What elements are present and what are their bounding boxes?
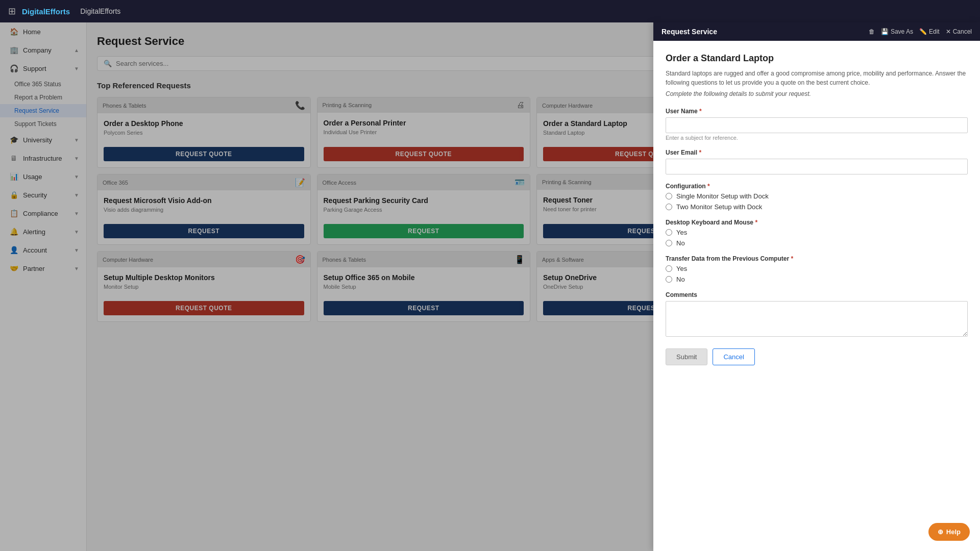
form-actions: Submit Cancel (666, 348, 968, 365)
comments-textarea[interactable] (666, 301, 968, 337)
configuration-group: Configuration * Single Monitor Setup wit… (666, 183, 968, 211)
transfer-options: Yes No (666, 265, 968, 283)
form-title: Order a Standard Laptop (666, 53, 968, 64)
panel-cancel-button[interactable]: ✕ Cancel (946, 28, 972, 35)
panel-title: Request Service (662, 28, 717, 36)
required-star: * (699, 108, 702, 115)
delete-icon[interactable]: 🗑 (869, 28, 875, 35)
save-as-button[interactable]: 💾 Save As (881, 28, 913, 35)
panel: Request Service 🗑 💾 Save As ✏️ Edit ✕ Ca… (653, 22, 980, 551)
config-option-2[interactable]: Two Monitor Setup with Dock (666, 203, 968, 211)
edit-button[interactable]: ✏️ Edit (919, 28, 940, 35)
required-star: * (755, 219, 757, 226)
keyboard-option-no[interactable]: No (666, 239, 968, 247)
help-button[interactable]: ⊕ Help (928, 523, 970, 541)
user-email-input[interactable] (666, 159, 968, 174)
configuration-options: Single Monitor Setup with Dock Two Monit… (666, 192, 968, 211)
transfer-label: Transfer Data from the Previous Computer… (666, 255, 968, 262)
user-email-label: User Email * (666, 149, 968, 156)
panel-content: Order a Standard Laptop Standard laptops… (653, 41, 980, 378)
edit-icon: ✏️ (919, 28, 927, 35)
keyboard-group: Desktop Keyboard and Mouse * Yes No (666, 219, 968, 247)
help-icon: ⊕ (938, 528, 943, 536)
user-name-hint: Enter a subject for reference. (666, 135, 968, 141)
panel-overlay[interactable]: Request Service 🗑 💾 Save As ✏️ Edit ✕ Ca… (0, 22, 980, 551)
transfer-group: Transfer Data from the Previous Computer… (666, 255, 968, 283)
panel-topbar: Request Service 🗑 💾 Save As ✏️ Edit ✕ Ca… (653, 22, 980, 41)
keyboard-radio-no[interactable] (666, 240, 672, 246)
topbar: ⊞ DigitalEfforts DigitalEfforts (0, 0, 980, 22)
config-option-1[interactable]: Single Monitor Setup with Dock (666, 192, 968, 200)
user-email-group: User Email * (666, 149, 968, 174)
save-icon: 💾 (881, 28, 889, 35)
form-description: Standard laptops are rugged and offer a … (666, 69, 968, 87)
user-name-label: User Name * (666, 108, 968, 115)
keyboard-radio-yes[interactable] (666, 229, 672, 236)
config-radio-1[interactable] (666, 193, 672, 199)
keyboard-options: Yes No (666, 229, 968, 247)
configuration-label: Configuration * (666, 183, 968, 190)
topbar-title: DigitalEfforts (80, 7, 120, 15)
keyboard-option-yes[interactable]: Yes (666, 229, 968, 236)
form-instruction: Complete the following details to submit… (666, 90, 968, 97)
transfer-option-no[interactable]: No (666, 276, 968, 283)
transfer-radio-yes[interactable] (666, 265, 672, 272)
config-radio-2[interactable] (666, 204, 672, 210)
required-star: * (699, 149, 701, 156)
panel-actions: 🗑 💾 Save As ✏️ Edit ✕ Cancel (869, 28, 972, 35)
keyboard-label: Desktop Keyboard and Mouse * (666, 219, 968, 226)
user-name-input[interactable] (666, 117, 968, 133)
required-star: * (707, 183, 710, 190)
transfer-option-yes[interactable]: Yes (666, 265, 968, 272)
user-name-group: User Name * Enter a subject for referenc… (666, 108, 968, 141)
grid-icon[interactable]: ⊞ (8, 6, 16, 17)
cancel-button[interactable]: Cancel (713, 348, 754, 365)
transfer-radio-no[interactable] (666, 276, 672, 283)
comments-label: Comments (666, 291, 968, 298)
comments-group: Comments (666, 291, 968, 338)
brand-logo: DigitalEfforts (22, 7, 70, 16)
close-icon: ✕ (946, 28, 951, 35)
required-star: * (791, 255, 793, 262)
submit-button[interactable]: Submit (666, 348, 707, 365)
